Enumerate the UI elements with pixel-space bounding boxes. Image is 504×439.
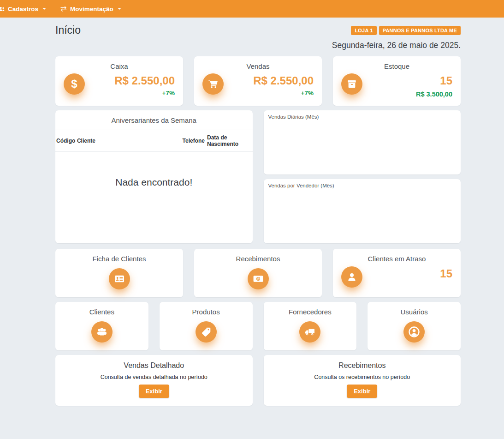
shortcut-recebimentos[interactable]: Recebimentos $ (194, 249, 322, 297)
store-badge: LOJA 1 (351, 26, 376, 35)
stat-cards-row: Caixa $ R$ 2.550,00 +7% Vendas R$ 2.550, (55, 56, 461, 106)
birthdays-panel: Aniversariantes da Semana Código Cliente… (55, 110, 253, 243)
nav-item-movimentacao[interactable]: Movimentação (60, 6, 121, 12)
stat-card-estoque: Estoque 15 R$ 3.500,00 (333, 56, 461, 106)
users-group-icon (91, 321, 113, 343)
money-bill-icon: $ (248, 268, 269, 289)
page-title: Início (55, 24, 81, 36)
sales-by-seller-chart-title: Vendas por Vendedor (Mês) (268, 183, 457, 188)
birthdays-table: Código Cliente Telefone Data de Nascimen… (55, 130, 253, 152)
vendas-detalhado-panel: Vendas Detalhado Consulta de vendas deta… (55, 355, 253, 406)
vendas-delta: +7% (253, 90, 314, 96)
report-title: Vendas Detalhado (55, 361, 253, 370)
stat-card-vendas: Vendas R$ 2.550,00 +7% (194, 56, 322, 106)
stat-values: R$ 2.550,00 +7% (114, 75, 175, 96)
report-description: Consulta os recebimentos no período (264, 374, 461, 380)
cart-icon (202, 73, 224, 95)
company-badge: PANNOS E PANNOS LTDA ME (379, 26, 461, 35)
shortcut-fornecedores[interactable]: Fornecedores (264, 302, 357, 350)
stat-card-title: Caixa (64, 62, 175, 70)
charts-column: Vendas Diárias (Mês) Vendas por Vendedor… (264, 110, 461, 243)
shortcut-title: Ficha de Clientes (55, 255, 183, 263)
report-title: Recebimentos (264, 361, 461, 370)
stat-card-title: Vendas (202, 62, 314, 70)
exibir-recebimentos-button[interactable]: Exibir (347, 385, 377, 398)
nav-item-label: Movimentação (70, 6, 113, 12)
empty-state-message: Nada encontrado! (55, 152, 253, 188)
shortcut-title: Clientes (55, 308, 148, 316)
caixa-delta: +7% (114, 90, 175, 96)
shortcut-title: Clientes em Atraso (341, 255, 452, 263)
shortcuts-row-1: Ficha de Clientes Recebimentos $ (55, 249, 461, 297)
truck-icon (299, 321, 320, 343)
recebimentos-panel: Recebimentos Consulta os recebimentos no… (264, 355, 461, 406)
nav-item-cadastros[interactable]: Cadastros (1, 6, 46, 12)
shortcut-title: Fornecedores (264, 308, 357, 316)
daily-sales-chart-title: Vendas Diárias (Mês) (268, 114, 457, 120)
shortcut-usuarios[interactable]: Usuários (368, 302, 461, 350)
shortcuts-row-2: Clientes Produtos (55, 302, 461, 350)
column-header-codigo: Código (55, 130, 76, 152)
sales-by-seller-chart-panel: Vendas por Vendedor (Mês) (264, 179, 461, 243)
middle-row: Aniversariantes da Semana Código Cliente… (55, 110, 461, 243)
column-header-nascimento: Data de Nascimento (206, 130, 252, 152)
daily-sales-chart-panel: Vendas Diárias (Mês) (264, 110, 461, 174)
column-header-telefone: Telefone (182, 130, 206, 152)
shortcut-ficha-clientes[interactable]: Ficha de Clientes (55, 249, 183, 297)
chevron-down-icon (42, 8, 46, 10)
shortcut-title: Produtos (160, 308, 253, 316)
tag-icon (196, 321, 217, 343)
chevron-down-icon (118, 8, 121, 10)
report-description: Consulta de vendas detalhada no período (55, 374, 253, 380)
shortcut-title: Recebimentos (194, 255, 322, 263)
nav-item-label: Cadastros (8, 6, 38, 12)
current-date: Segunda-feira, 26 de maio de 2025. (55, 41, 461, 50)
dollar-icon: $ (64, 73, 85, 95)
shortcut-produtos[interactable]: Produtos (160, 302, 253, 350)
shortcut-clientes[interactable]: Clientes (55, 302, 148, 350)
table-header-row: Código Cliente Telefone Data de Nascimen… (55, 130, 253, 152)
top-navbar: Cadastros Movimentação (0, 0, 504, 18)
estoque-count: 15 (416, 75, 452, 86)
id-card-icon (109, 268, 130, 289)
stat-values: 15 R$ 3.500,00 (416, 75, 452, 98)
clientes-atraso-count: 15 (440, 267, 452, 280)
user-icon (341, 266, 362, 288)
stat-values: R$ 2.550,00 +7% (253, 75, 314, 96)
exchange-icon (60, 6, 67, 12)
store-badges: LOJA 1 PANNOS E PANNOS LTDA ME (351, 26, 461, 35)
main-content: Início LOJA 1 PANNOS E PANNOS LTDA ME Se… (0, 18, 504, 406)
box-icon (341, 73, 362, 95)
stat-card-caixa: Caixa $ R$ 2.550,00 +7% (55, 56, 183, 106)
reports-row: Vendas Detalhado Consulta de vendas deta… (55, 355, 461, 406)
shortcut-clientes-em-atraso[interactable]: Clientes em Atraso 15 (333, 249, 461, 297)
page-header: Início LOJA 1 PANNOS E PANNOS LTDA ME (55, 24, 461, 36)
birthdays-title: Aniversariantes da Semana (55, 110, 253, 130)
exibir-vendas-button[interactable]: Exibir (139, 385, 169, 398)
user-circle-icon (403, 321, 425, 343)
shortcut-title: Usuários (368, 308, 461, 316)
vendas-value: R$ 2.550,00 (253, 75, 314, 86)
estoque-value: R$ 3.500,00 (416, 90, 452, 98)
users-icon (0, 6, 5, 12)
stat-card-title: Estoque (341, 62, 452, 70)
column-header-cliente: Cliente (76, 130, 182, 152)
caixa-value: R$ 2.550,00 (114, 75, 175, 86)
